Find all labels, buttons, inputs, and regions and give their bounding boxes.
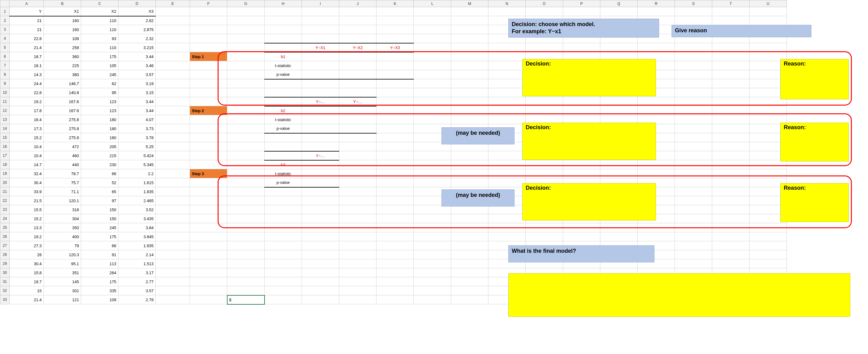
corner-cell[interactable] [0, 0, 10, 7]
step2-decision-box[interactable]: Decision: [522, 123, 656, 160]
row-header[interactable]: 29 [0, 259, 10, 268]
col-header-D[interactable]: D [119, 0, 156, 7]
row-header[interactable]: 33 [0, 295, 10, 304]
cell[interactable]: X1 [44, 7, 81, 16]
cell[interactable] [156, 7, 190, 16]
stat-row-label[interactable]: t-statistic [265, 61, 302, 70]
cell[interactable]: X3 [119, 7, 156, 16]
row-header[interactable]: 10 [0, 88, 10, 97]
col-header-H[interactable]: H [265, 0, 302, 7]
cell[interactable]: 2.62 [119, 16, 156, 25]
col-header-C[interactable]: C [81, 0, 119, 7]
col-header-M[interactable]: M [451, 0, 488, 7]
row-header[interactable]: 4 [0, 34, 10, 43]
cell[interactable] [265, 7, 302, 16]
step1-reason-box[interactable]: Reason: [780, 59, 849, 99]
col-header-E[interactable]: E [156, 0, 190, 7]
spreadsheet-grid[interactable]: A B C D E F G H I J K L M N O P Q R S T … [0, 0, 787, 304]
row-header[interactable]: 21 [0, 187, 10, 196]
col-header-B[interactable]: B [44, 0, 81, 7]
stat-row-label[interactable]: t-statistic [265, 115, 302, 124]
stat-row-label[interactable]: b1 [265, 52, 302, 61]
cell[interactable] [712, 7, 749, 16]
step2-reason-box[interactable]: Reason: [780, 123, 849, 162]
stat-row-label[interactable]: p-value [265, 124, 302, 133]
row-header[interactable]: 27 [0, 241, 10, 250]
row-header[interactable]: 17 [0, 151, 10, 160]
row-header[interactable]: 5 [0, 43, 10, 52]
cell[interactable] [675, 7, 712, 16]
row-header[interactable]: 1 [0, 7, 10, 16]
row-header[interactable]: 15 [0, 133, 10, 142]
cell[interactable]: 160 [44, 16, 81, 25]
row-header[interactable]: 2 [0, 16, 10, 25]
cell[interactable]: 21 [10, 16, 44, 25]
row-header[interactable]: 16 [0, 142, 10, 151]
row-header[interactable]: 28 [0, 250, 10, 259]
row-header[interactable]: 18 [0, 160, 10, 169]
step1-decision-box[interactable]: Decision: [522, 59, 656, 96]
step3-label[interactable]: Step 3 [190, 169, 227, 178]
cell[interactable] [563, 7, 600, 16]
row-header[interactable]: 7 [0, 61, 10, 70]
col-header-S[interactable]: S [675, 0, 712, 7]
col-header-O[interactable]: O [526, 0, 563, 7]
cell[interactable] [526, 7, 563, 16]
col-header-L[interactable]: L [414, 0, 451, 7]
cell[interactable] [638, 7, 675, 16]
cell[interactable] [414, 7, 451, 16]
row-header[interactable]: 13 [0, 115, 10, 124]
row-header[interactable]: 24 [0, 214, 10, 223]
stat-row-label[interactable]: t-statistic [265, 169, 302, 178]
cell[interactable] [600, 7, 638, 16]
model-header[interactable]: Y~… [302, 151, 339, 160]
col-header-Q[interactable]: Q [600, 0, 638, 7]
row-header[interactable]: 23 [0, 205, 10, 214]
model-header[interactable]: Y~X3 [376, 43, 414, 52]
col-header-R[interactable]: R [638, 0, 675, 7]
step3-reason-box[interactable]: Reason: [780, 183, 849, 222]
cell[interactable] [749, 7, 787, 16]
col-header-T[interactable]: T [712, 0, 749, 7]
row-header[interactable]: 30 [0, 268, 10, 277]
row-header[interactable]: 9 [0, 79, 10, 88]
model-header[interactable]: Y~… [302, 97, 339, 106]
cell[interactable]: X2 [81, 7, 119, 16]
row-header[interactable]: 14 [0, 124, 10, 133]
row-header[interactable]: 8 [0, 70, 10, 79]
row-header[interactable]: 19 [0, 169, 10, 178]
step2-label[interactable]: Step 2 [190, 106, 227, 115]
cell[interactable] [488, 7, 526, 16]
cell[interactable]: 110 [81, 16, 119, 25]
col-header-K[interactable]: K [376, 0, 414, 7]
model-header[interactable]: Y~… [339, 97, 376, 106]
col-header-F[interactable]: F [190, 0, 227, 7]
col-header-I[interactable]: I [302, 0, 339, 7]
step1-label[interactable]: Step 1 [190, 52, 227, 61]
row-header[interactable]: 20 [0, 178, 10, 187]
cell[interactable] [302, 7, 339, 16]
cell[interactable] [227, 7, 265, 16]
row-header[interactable]: 6 [0, 52, 10, 61]
col-header-N[interactable]: N [488, 0, 526, 7]
row-header[interactable]: 3 [0, 25, 10, 34]
row-header[interactable]: 25 [0, 223, 10, 232]
stat-row-label[interactable]: p-value [265, 70, 302, 79]
model-header[interactable]: Y~X2 [339, 43, 376, 52]
cell[interactable] [376, 7, 414, 16]
stat-row-label[interactable]: p-value [265, 178, 302, 187]
row-header[interactable]: 32 [0, 286, 10, 295]
col-header-J[interactable]: J [339, 0, 376, 7]
cell[interactable] [451, 7, 488, 16]
cell[interactable]: Y [10, 7, 44, 16]
cell[interactable] [339, 7, 376, 16]
active-cell[interactable]: $ [227, 295, 265, 304]
row-header[interactable]: 31 [0, 277, 10, 286]
col-header-A[interactable]: A [10, 0, 44, 7]
row-header[interactable]: 26 [0, 232, 10, 241]
row-header[interactable]: 11 [0, 97, 10, 106]
step3-decision-box[interactable]: Decision: [522, 183, 656, 220]
final-model-answer-box[interactable] [508, 273, 850, 317]
stat-row-label[interactable]: b3 [265, 160, 302, 169]
row-header[interactable]: 12 [0, 106, 10, 115]
